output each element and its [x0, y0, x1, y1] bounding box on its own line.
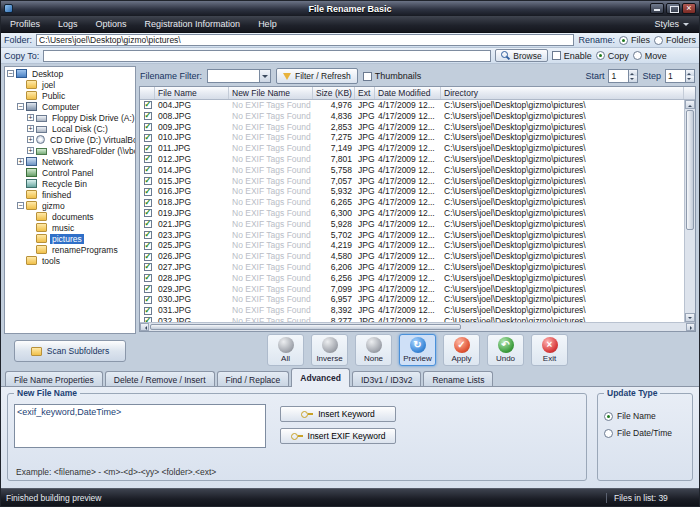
menu-item-registration-information[interactable]: Registration Information	[136, 16, 250, 32]
row-checkbox[interactable]	[144, 242, 152, 250]
tree-item-control-panel[interactable]: Control Panel	[5, 167, 135, 178]
row-checkbox[interactable]	[144, 134, 152, 142]
update-option-file-name[interactable]: File Name	[604, 411, 686, 421]
close-icon[interactable]	[682, 3, 696, 14]
column-header-ext[interactable]: Ext	[355, 87, 375, 99]
undo-button[interactable]: ↶Undo	[487, 334, 524, 366]
tab-find-replace[interactable]: Find / Replace	[217, 371, 290, 387]
tree-item-tools[interactable]: tools	[5, 255, 135, 266]
row-checkbox[interactable]	[144, 112, 152, 120]
tree-item-computer[interactable]: −Computer	[5, 101, 135, 112]
move-radio[interactable]: Move	[633, 51, 667, 61]
table-row[interactable]: 016.JPGNo EXIF Tags Found5,932JPG4/17/20…	[140, 186, 684, 197]
vertical-scroll-thumb[interactable]	[686, 110, 694, 230]
table-row[interactable]: 018.JPGNo EXIF Tags Found6,265JPG4/17/20…	[140, 197, 684, 208]
new-file-name-input[interactable]: <exif_keyword,DateTime>	[14, 404, 266, 448]
inverse-button[interactable]: Inverse	[311, 334, 348, 366]
update-option-file-date-time[interactable]: File Date/Time	[604, 428, 686, 438]
tree-expander-icon[interactable]: −	[17, 202, 24, 209]
tree-expander-icon[interactable]: +	[27, 114, 34, 121]
exit-button[interactable]: ×Exit	[531, 334, 568, 366]
enable-checkbox[interactable]: Enable	[552, 51, 592, 61]
row-checkbox[interactable]	[144, 253, 152, 261]
column-header-checkbox[interactable]	[140, 87, 155, 99]
column-header-size-kb[interactable]: Size (KB)	[313, 87, 355, 99]
scan-subfolders-button[interactable]: Scan Subfolders	[14, 340, 126, 362]
table-row[interactable]: 012.JPGNo EXIF Tags Found7,801JPG4/17/20…	[140, 154, 684, 165]
none-button[interactable]: None	[355, 334, 392, 366]
column-header-file-name[interactable]: File Name	[155, 87, 229, 99]
vertical-scrollbar[interactable]	[684, 100, 695, 322]
scroll-right-icon[interactable]	[686, 323, 695, 331]
table-row[interactable]: 009.JPGNo EXIF Tags Found2,853JPG4/17/20…	[140, 122, 684, 133]
tab-id3v1-id3v2[interactable]: ID3v1 / ID3v2	[352, 371, 422, 387]
table-row[interactable]: 021.JPGNo EXIF Tags Found5,928JPG4/17/20…	[140, 219, 684, 230]
tree-expander-icon[interactable]: −	[7, 70, 14, 77]
row-checkbox[interactable]	[144, 285, 152, 293]
table-row[interactable]: 029.JPGNo EXIF Tags Found7,099JPG4/17/20…	[140, 284, 684, 295]
chevron-down-icon[interactable]	[259, 70, 270, 82]
tab-file-name-properties[interactable]: File Name Properties	[5, 371, 103, 387]
tree-item-local-disk-c[interactable]: +Local Disk (C:)	[5, 123, 135, 134]
tree-item-floppy-disk-drive-a[interactable]: +Floppy Disk Drive (A:)	[5, 112, 135, 123]
table-row[interactable]: 011.JPGNo EXIF Tags Found7,149JPG4/17/20…	[140, 143, 684, 154]
insert-exif-keyword-button[interactable]: Insert EXIF Keyword	[280, 428, 396, 444]
column-header-directory[interactable]: Directory	[441, 87, 684, 99]
step-stepper[interactable]: 1	[665, 69, 695, 83]
tree-item-pictures[interactable]: pictures	[5, 233, 135, 244]
tree-item-finished[interactable]: finished	[5, 189, 135, 200]
spin-down-icon[interactable]	[629, 76, 637, 82]
tree-item-documents[interactable]: documents	[5, 211, 135, 222]
tree-item-gizmo[interactable]: −gizmo	[5, 200, 135, 211]
tree-expander-icon[interactable]: +	[27, 147, 34, 154]
menu-item-profiles[interactable]: Profiles	[1, 16, 49, 32]
table-row[interactable]: 014.JPGNo EXIF Tags Found5,758JPG4/17/20…	[140, 165, 684, 176]
row-checkbox[interactable]	[144, 209, 152, 217]
table-row[interactable]: 025.JPGNo EXIF Tags Found4,219JPG4/17/20…	[140, 240, 684, 251]
scroll-down-icon[interactable]	[685, 313, 695, 322]
row-checkbox[interactable]	[144, 188, 152, 196]
tree-item-joel[interactable]: joel	[5, 79, 135, 90]
maximize-icon[interactable]	[666, 3, 680, 14]
filter-refresh-button[interactable]: Filter / Refresh	[276, 68, 358, 84]
row-checkbox[interactable]	[144, 166, 152, 174]
table-row[interactable]: 010.JPGNo EXIF Tags Found7,275JPG4/17/20…	[140, 132, 684, 143]
tab-advanced[interactable]: Advanced	[291, 368, 350, 387]
minimize-icon[interactable]	[650, 3, 664, 14]
table-row[interactable]: 015.JPGNo EXIF Tags Found7,057JPG4/17/20…	[140, 176, 684, 187]
spin-down-icon[interactable]	[686, 76, 694, 82]
row-checkbox[interactable]	[144, 263, 152, 271]
table-row[interactable]: 008.JPGNo EXIF Tags Found4,836JPG4/17/20…	[140, 111, 684, 122]
insert-keyword-button[interactable]: Insert Keyword	[280, 406, 396, 422]
tab-delete-remove-insert[interactable]: Delete / Remove / Insert	[105, 371, 215, 387]
tree-expander-icon[interactable]: +	[27, 136, 34, 143]
column-header-new-file-name[interactable]: New File Name	[229, 87, 313, 99]
tree-item-network[interactable]: +Network	[5, 156, 135, 167]
tree-item-vbsharedfolder-vboxsvr[interactable]: +VBSharedFolder (\\vboxsvr) (...	[5, 145, 135, 156]
row-checkbox[interactable]	[144, 177, 152, 185]
row-checkbox[interactable]	[144, 220, 152, 228]
copy-to-input[interactable]	[43, 50, 491, 62]
tree-item-public[interactable]: Public	[5, 90, 135, 101]
row-checkbox[interactable]	[144, 231, 152, 239]
row-checkbox[interactable]	[144, 296, 152, 304]
row-checkbox[interactable]	[144, 145, 152, 153]
tree-expander-icon[interactable]: −	[17, 103, 24, 110]
start-stepper[interactable]: 1	[608, 69, 638, 83]
thumbnails-checkbox[interactable]: Thumbnails	[363, 71, 422, 81]
row-checkbox[interactable]	[144, 123, 152, 131]
row-checkbox[interactable]	[144, 199, 152, 207]
rename-files-radio[interactable]: Files	[619, 35, 650, 45]
table-row[interactable]: 019.JPGNo EXIF Tags Found6,300JPG4/17/20…	[140, 208, 684, 219]
tree-item-desktop[interactable]: −Desktop	[5, 68, 135, 79]
menu-item-help[interactable]: Help	[249, 16, 286, 32]
tree-expander-icon[interactable]: +	[17, 158, 24, 165]
tree-item-recycle-bin[interactable]: Recycle Bin	[5, 178, 135, 189]
row-checkbox[interactable]	[144, 155, 152, 163]
tree-item-renameprograms[interactable]: renamePrograms	[5, 244, 135, 255]
filename-filter-dropdown[interactable]	[207, 69, 271, 83]
table-row[interactable]: 030.JPGNo EXIF Tags Found6,957JPG4/17/20…	[140, 294, 684, 305]
tree-item-cd-drive-d-virtualbox-guest[interactable]: +CD Drive (D:) VirtualBox Guest	[5, 134, 135, 145]
table-row[interactable]: 023.JPGNo EXIF Tags Found5,702JPG4/17/20…	[140, 230, 684, 241]
table-row[interactable]: 026.JPGNo EXIF Tags Found4,580JPG4/17/20…	[140, 251, 684, 262]
